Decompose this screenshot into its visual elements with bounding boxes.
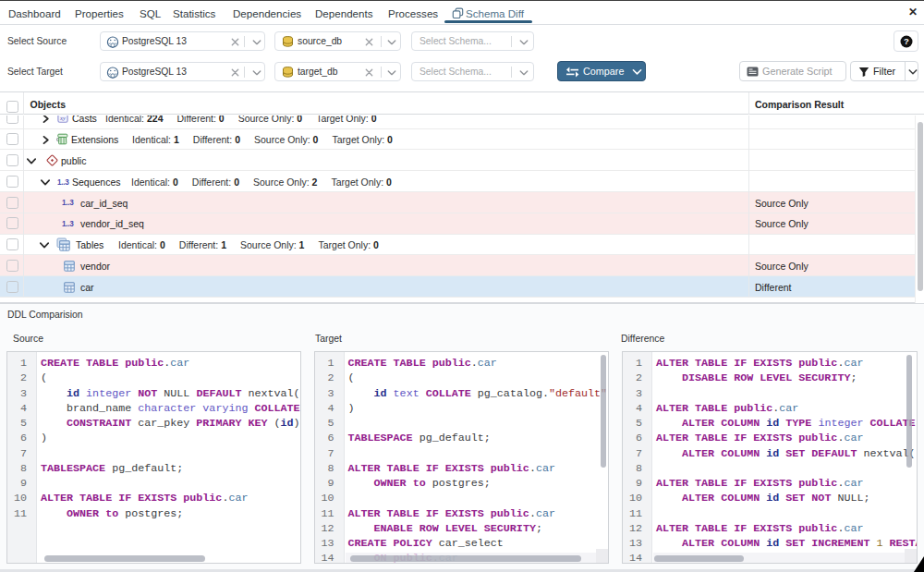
svg-text:xy: xy [59, 116, 66, 122]
svg-text:?: ? [904, 36, 909, 46]
